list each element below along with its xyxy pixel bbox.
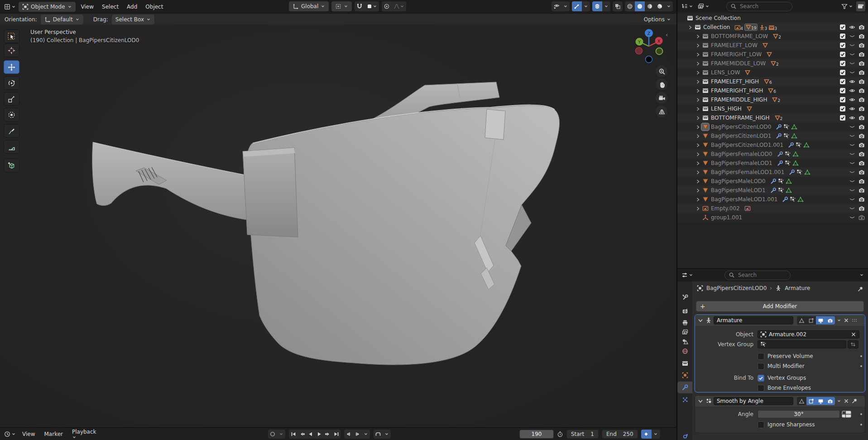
new-collection-button[interactable] [856,1,865,11]
exclude-checkbox[interactable] [838,24,847,30]
outliner-row-collection[interactable]: Collection41933 [677,23,868,32]
expand-arrow-icon[interactable] [695,61,701,66]
expand-arrow-icon[interactable] [695,116,701,121]
eye-closed-icon[interactable] [847,124,857,130]
drag-mode-dropdown[interactable]: Select Box [112,15,154,24]
render-disabled-icon[interactable] [857,214,866,221]
render-camera-icon[interactable] [857,69,866,76]
tool-scale-button[interactable] [4,92,19,106]
armature-panel-header[interactable]: Armature [695,315,865,326]
navigation-gizmo[interactable]: Z Y X [632,26,668,67]
properties-editor-type-button[interactable] [680,270,695,280]
exclude-checkbox[interactable] [838,60,847,67]
shading-solid-button[interactable] [635,1,645,11]
exclude-checkbox[interactable] [838,33,847,39]
3d-viewport[interactable]: User Perspective (190) Collection | BagP… [0,25,676,427]
step-forward-button[interactable] [353,430,361,439]
eye-open-icon[interactable] [847,97,857,103]
animate-dot[interactable] [860,355,862,357]
timeline-editor-type-button[interactable] [3,429,17,439]
expand-arrow-icon[interactable] [695,170,701,175]
expand-arrow-icon[interactable] [695,88,701,93]
outliner-row-bagpipersmalelod0[interactable]: BagPipersMaleLOD0 [677,177,868,186]
transform-orientation-dropdown[interactable]: Global [289,1,329,11]
breadcrumb-data[interactable]: Armature [785,285,810,291]
gizmo-dropdown[interactable] [582,1,590,11]
outliner-row-scene-collection[interactable]: Scene Collection [677,14,868,23]
eye-closed-icon[interactable] [847,169,857,175]
tool-select-box-button[interactable] [4,29,19,43]
outliner-row-lens-low[interactable]: LENS_LOW [677,68,868,77]
render-camera-icon[interactable] [857,33,866,39]
eye-closed-icon[interactable] [847,51,857,58]
eye-closed-icon[interactable] [847,69,857,76]
falloff-dropdown[interactable] [392,1,406,11]
eye-closed-icon[interactable] [847,42,857,48]
collapse-chevron-icon[interactable] [697,398,704,404]
animate-dot[interactable] [860,424,862,425]
outliner-row-frameright-high[interactable]: FRAMERIGHT_HIGH6 [677,86,868,95]
outliner-row-bottomframe-low[interactable]: BOTTOMFRAME_LOW2 [677,32,868,41]
render-camera-icon[interactable] [857,169,866,175]
outliner-row-bagpiperscitizenlod1[interactable]: BagPipersCitizenLOD1 [677,131,868,140]
expand-arrow-icon[interactable] [695,52,701,57]
show-overlays-toggle[interactable] [592,1,602,11]
edit-mode-display-toggle[interactable] [797,316,806,324]
eye-closed-icon[interactable] [847,196,857,203]
render-camera-icon[interactable] [857,133,866,139]
end-frame-field[interactable]: End250 [602,430,638,439]
menu-object[interactable]: Object [141,2,167,11]
expand-arrow-icon[interactable] [695,188,701,193]
tool-cursor-button[interactable] [4,44,19,57]
exclude-checkbox[interactable] [838,106,847,112]
ignore-sharpness-checkbox[interactable] [758,421,764,428]
render-camera-icon[interactable] [857,142,866,148]
properties-tab-object[interactable] [677,369,692,381]
exclude-checkbox[interactable] [838,78,847,85]
smooth-panel-header[interactable]: Smooth by Angle [695,396,865,406]
xray-toggle[interactable] [613,1,623,11]
tool-measure-button[interactable] [4,140,19,154]
expand-arrow-icon[interactable] [695,106,701,111]
outliner-row-empty-002[interactable]: Empty.002 [677,204,868,213]
render-camera-icon[interactable] [857,160,866,166]
timeline-menu-marker[interactable]: Marker [40,430,67,439]
sunglasses-model[interactable] [0,25,676,427]
shading-material-button[interactable] [645,1,655,11]
outliner-row-framemiddle-high[interactable]: FRAMEMIDDLE_HIGH2 [677,95,868,104]
snap-toggle[interactable] [355,1,364,11]
render-camera-icon[interactable] [857,124,866,130]
properties-tab-particles[interactable] [677,394,692,406]
auto-key-record-button[interactable] [268,430,277,439]
loop-playback-button[interactable] [374,430,382,439]
step-dropdown[interactable] [361,430,370,439]
render-camera-icon[interactable] [857,151,866,157]
exclude-checkbox[interactable] [838,97,847,103]
current-frame-field[interactable]: 190 [519,430,554,439]
expand-arrow-icon[interactable] [695,34,701,39]
modifier-name-field[interactable]: Armature [714,316,793,324]
outliner-row-frameright-low[interactable]: FRAMERIGHT_LOW [677,50,868,59]
eye-closed-icon[interactable] [847,133,857,139]
expand-arrow-icon[interactable] [695,197,701,202]
overlays-dropdown[interactable] [602,1,610,11]
expand-arrow-icon[interactable] [695,152,701,157]
delete-modifier-icon[interactable] [843,398,849,404]
mode-dropdown[interactable]: Object Mode [19,2,76,12]
step-back-button[interactable] [344,430,353,439]
add-modifier-button[interactable]: +Add Modifier [696,301,864,312]
eye-closed-icon[interactable] [847,187,857,193]
properties-tab-render[interactable] [677,305,692,317]
play-button[interactable] [315,430,323,439]
invert-vertex-group-button[interactable] [848,340,858,348]
eye-closed-icon[interactable] [847,205,857,212]
expand-arrow-icon[interactable] [695,125,701,130]
exclude-checkbox[interactable] [838,115,847,121]
multi-modifier-checkbox[interactable] [758,363,764,370]
next-keyframe-button[interactable] [323,430,332,439]
outliner-row-lens-high[interactable]: LENS_HIGH [677,104,868,113]
clear-object-icon[interactable] [850,331,857,338]
properties-tab-modifier[interactable] [677,382,692,393]
eye-closed-icon[interactable] [847,142,857,148]
expand-arrow-icon[interactable] [695,143,701,148]
